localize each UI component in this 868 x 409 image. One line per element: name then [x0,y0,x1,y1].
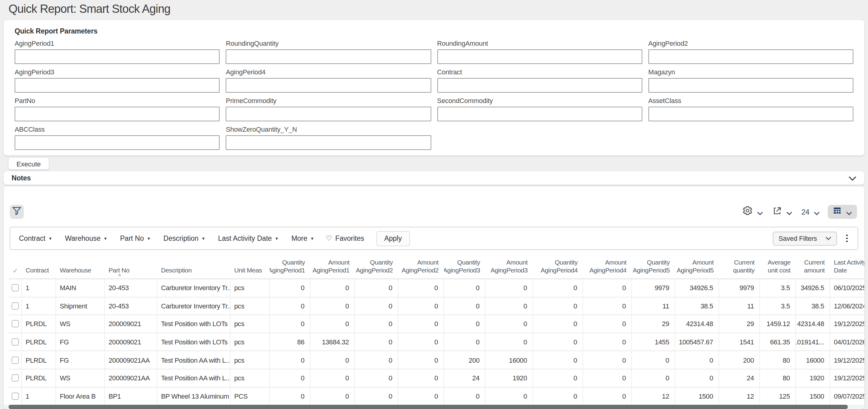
apply-button[interactable]: Apply [376,231,410,246]
column-header-quantity-agingperiod1[interactable]: QuantityAgingPeriod1 [270,253,310,279]
param-field-assetclass: AssetClass [648,97,854,121]
export-icon[interactable] [772,206,782,218]
column-header-contract[interactable]: Contract [22,253,56,279]
column-header-last-activity-date[interactable]: Last ActivityDate [830,253,864,279]
filter-chip-description[interactable]: Description▾ [163,235,205,242]
column-header-quantity-agingperiod2[interactable]: QuantityAgingPeriod2 [355,253,398,279]
row-checkbox[interactable] [11,338,19,346]
param-input-agingperiod1[interactable] [14,49,220,64]
table-row[interactable]: PLRDLWS200009021Test Position with LOTsp… [8,315,864,333]
cell-amount-agingperiod5: 38.5 [675,297,719,314]
column-header-quantity-agingperiod5[interactable]: QuantityAgingPeriod5 [632,253,675,279]
param-field-agingperiod3: AgingPeriod3 [14,68,220,93]
column-header-part-no[interactable]: Part No^ [105,253,157,279]
cell-average-unit-cost: 3.5 [760,297,796,314]
chevron-down-icon[interactable] [848,172,857,183]
row-checkbox[interactable] [11,302,19,310]
cell-amount-agingperiod1: 0 [310,297,355,314]
param-input-abcclass[interactable] [14,135,220,150]
table-row[interactable]: PLRDLFG200009021AATest Position AA with … [8,351,864,369]
param-input-roundingquantity[interactable] [226,49,431,64]
cell-amount-agingperiod5: 42314.48 [675,315,719,333]
column-header-amount-agingperiod5[interactable]: AmountAgingPeriod5 [675,253,719,279]
column-header-amount-agingperiod4[interactable]: AmountAgingPeriod4 [583,253,632,279]
view-mode-control[interactable] [828,205,857,219]
column-header-average-unit-cost[interactable]: Averageunit cost [760,253,796,279]
param-input-contract[interactable] [437,78,642,93]
filter-chip-contract[interactable]: Contract▾ [19,235,52,242]
filter-chip-more[interactable]: More▾ [291,235,313,242]
cell-quantity-agingperiod5: 12 [632,387,675,405]
param-input-showzeroquantity-y-n[interactable] [226,135,431,150]
cell-amount-agingperiod3: 16000 [486,351,533,369]
cell-average-unit-cost: 3.5 [760,279,796,297]
horizontal-scrollbar-track[interactable] [4,405,864,409]
column-header-current-amount[interactable]: Currentamount [796,253,830,279]
kebab-menu-icon[interactable] [845,233,849,243]
page-size-value[interactable]: 24 [802,208,809,216]
parameters-section-title: Quick Report Parameters [14,27,854,35]
table-row[interactable]: 1Floor Area BBP1BP Wheel 13 AluminumPCS0… [8,387,864,405]
settings-gear-icon[interactable] [742,205,753,218]
chevron-down-icon[interactable] [757,206,763,217]
param-input-magazyn[interactable] [648,78,854,93]
filter-chip-last-activity-date[interactable]: Last Activity Date▾ [218,235,278,242]
cell-amount-agingperiod1: 0 [310,315,355,333]
param-input-primecommodity[interactable] [226,107,431,121]
cell-select [8,369,22,387]
param-input-agingperiod2[interactable] [648,49,854,64]
column-header-select[interactable]: ✓ [8,253,22,279]
row-checkbox[interactable] [11,320,19,328]
param-input-roundingamount[interactable] [437,49,642,64]
filter-chip-warehouse[interactable]: Warehouse▾ [65,235,107,242]
cell-amount-agingperiod1: 0 [310,351,355,369]
saved-filters-select[interactable]: Saved Filters [773,231,837,245]
param-input-assetclass[interactable] [648,107,854,121]
cell-unit-meas: PCS [230,387,270,405]
column-header-unit-meas[interactable]: Unit Meas [230,253,270,279]
column-header-quantity-agingperiod3[interactable]: QuantityAgingPeriod3 [444,253,486,279]
cell-amount-agingperiod5: 0 [675,369,719,387]
row-checkbox[interactable] [11,284,19,292]
table-row[interactable]: 1Shipment20-453Carburetor Inventory Tr..… [8,297,864,315]
column-header-description[interactable]: Description [157,253,230,279]
cell-quantity-agingperiod2: 0 [355,297,398,314]
cell-part-no: BP1 [105,387,157,405]
param-field-partno: PartNo [14,97,220,121]
notes-panel[interactable]: Notes [4,171,864,185]
cell-amount-agingperiod1: 13684.32 [310,333,355,351]
param-input-agingperiod3[interactable] [14,78,220,93]
column-header-quantity-agingperiod4[interactable]: QuantityAgingPeriod4 [533,253,583,279]
cell-unit-meas: pcs [230,315,270,333]
cell-current-quantity: 24 [719,369,760,387]
param-input-partno[interactable] [14,107,220,121]
filter-chip-part-no[interactable]: Part No▾ [120,235,150,242]
param-input-agingperiod4[interactable] [226,78,431,93]
cell-current-quantity: 200 [719,351,760,369]
chevron-down-icon[interactable] [846,206,852,217]
row-checkbox[interactable] [11,375,19,382]
column-header-amount-agingperiod1[interactable]: AmountAgingPeriod1 [310,253,355,279]
favorites-button[interactable]: ♡ Favorites [326,234,364,243]
filter-toggle-button[interactable] [10,205,24,219]
column-header-warehouse[interactable]: Warehouse [56,253,105,279]
table-row[interactable]: 1MAIN20-453Carburetor Inventory Tr...pcs… [8,279,864,297]
chevron-down-icon[interactable] [814,206,820,217]
chevron-down-icon[interactable] [786,206,793,217]
table-row[interactable]: PLRDLWS200009021AATest Position AA with … [8,369,864,387]
column-header-current-quantity[interactable]: Currentquantity [719,253,760,279]
row-checkbox[interactable] [11,393,19,400]
cell-last-activity-date: 19/12/2025... [830,369,864,387]
param-input-secondcommodity[interactable] [437,107,642,121]
execute-button[interactable]: Execute [8,158,49,169]
param-label-roundingquantity: RoundingQuantity [226,40,431,47]
filter-chip-label: Contract [19,235,45,242]
cell-quantity-agingperiod1: 0 [270,387,310,405]
row-checkbox[interactable] [11,356,19,364]
column-header-amount-agingperiod2[interactable]: AmountAgingPeriod2 [398,253,444,279]
horizontal-scrollbar-thumb[interactable] [8,405,848,409]
cell-quantity-agingperiod5: 29 [632,315,675,333]
table-row[interactable]: PLRDLFG200009021Test Position with LOTsp… [8,333,864,351]
param-field-contract: Contract [437,68,642,93]
column-header-amount-agingperiod3[interactable]: AmountAgingPeriod3 [486,253,533,279]
